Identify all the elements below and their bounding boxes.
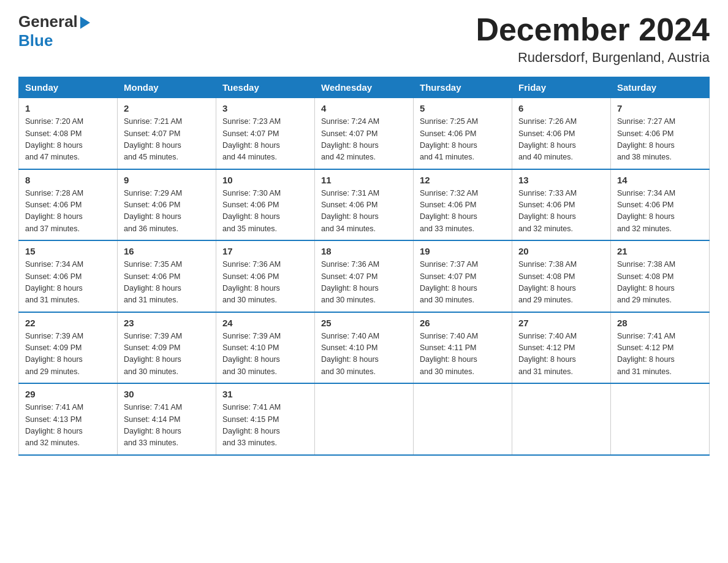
day-number: 18: [321, 246, 407, 256]
table-row: 19 Sunrise: 7:37 AMSunset: 4:07 PMDaylig…: [414, 240, 512, 312]
day-number: 9: [124, 175, 210, 185]
table-row: [414, 383, 512, 455]
day-number: 13: [518, 175, 604, 185]
table-row: 20 Sunrise: 7:38 AMSunset: 4:08 PMDaylig…: [512, 240, 611, 312]
table-row: 26 Sunrise: 7:40 AMSunset: 4:11 PMDaylig…: [414, 312, 512, 384]
calendar-header-row: Sunday Monday Tuesday Wednesday Thursday…: [19, 77, 710, 98]
day-info: Sunrise: 7:24 AMSunset: 4:07 PMDaylight:…: [321, 117, 379, 161]
day-info: Sunrise: 7:40 AMSunset: 4:11 PMDaylight:…: [420, 332, 478, 376]
table-row: 12 Sunrise: 7:32 AMSunset: 4:06 PMDaylig…: [414, 169, 512, 241]
table-row: 9 Sunrise: 7:29 AMSunset: 4:06 PMDayligh…: [118, 169, 216, 241]
table-row: 27 Sunrise: 7:40 AMSunset: 4:12 PMDaylig…: [512, 312, 611, 384]
table-row: 5 Sunrise: 7:25 AMSunset: 4:06 PMDayligh…: [414, 98, 512, 169]
day-info: Sunrise: 7:31 AMSunset: 4:06 PMDaylight:…: [321, 189, 379, 233]
day-info: Sunrise: 7:23 AMSunset: 4:07 PMDaylight:…: [222, 117, 281, 161]
logo-general-text: General: [18, 12, 78, 31]
day-number: 6: [518, 103, 604, 113]
table-row: 11 Sunrise: 7:31 AMSunset: 4:06 PMDaylig…: [315, 169, 414, 241]
calendar-week-row: 22 Sunrise: 7:39 AMSunset: 4:09 PMDaylig…: [19, 312, 710, 384]
day-info: Sunrise: 7:33 AMSunset: 4:06 PMDaylight:…: [518, 189, 577, 233]
day-info: Sunrise: 7:38 AMSunset: 4:08 PMDaylight:…: [518, 260, 577, 304]
day-number: 20: [518, 246, 604, 256]
table-row: 22 Sunrise: 7:39 AMSunset: 4:09 PMDaylig…: [19, 312, 118, 384]
table-row: 24 Sunrise: 7:39 AMSunset: 4:10 PMDaylig…: [216, 312, 315, 384]
day-number: 2: [124, 103, 210, 113]
table-row: 6 Sunrise: 7:26 AMSunset: 4:06 PMDayligh…: [512, 98, 611, 169]
day-info: Sunrise: 7:21 AMSunset: 4:07 PMDaylight:…: [124, 117, 182, 161]
day-info: Sunrise: 7:29 AMSunset: 4:06 PMDaylight:…: [124, 189, 182, 233]
day-info: Sunrise: 7:41 AMSunset: 4:14 PMDaylight:…: [124, 403, 182, 447]
day-number: 26: [420, 318, 506, 328]
day-number: 4: [321, 103, 407, 113]
month-title: December 2024: [476, 12, 710, 47]
table-row: 1 Sunrise: 7:20 AMSunset: 4:08 PMDayligh…: [19, 98, 118, 169]
col-thursday: Thursday: [414, 77, 512, 98]
day-info: Sunrise: 7:39 AMSunset: 4:10 PMDaylight:…: [222, 332, 281, 376]
day-info: Sunrise: 7:36 AMSunset: 4:06 PMDaylight:…: [222, 260, 281, 304]
day-info: Sunrise: 7:40 AMSunset: 4:12 PMDaylight:…: [518, 332, 577, 376]
col-monday: Monday: [118, 77, 216, 98]
day-info: Sunrise: 7:39 AMSunset: 4:09 PMDaylight:…: [25, 332, 83, 376]
title-area: December 2024 Rudersdorf, Burgenland, Au…: [476, 12, 710, 66]
table-row: 17 Sunrise: 7:36 AMSunset: 4:06 PMDaylig…: [216, 240, 315, 312]
day-number: 22: [25, 318, 111, 328]
day-number: 8: [25, 175, 111, 185]
table-row: [512, 383, 611, 455]
day-number: 23: [124, 318, 210, 328]
day-info: Sunrise: 7:30 AMSunset: 4:06 PMDaylight:…: [222, 189, 281, 233]
day-number: 5: [420, 103, 506, 113]
day-info: Sunrise: 7:26 AMSunset: 4:06 PMDaylight:…: [518, 117, 577, 161]
table-row: 14 Sunrise: 7:34 AMSunset: 4:06 PMDaylig…: [611, 169, 710, 241]
day-number: 31: [222, 389, 308, 399]
table-row: 23 Sunrise: 7:39 AMSunset: 4:09 PMDaylig…: [118, 312, 216, 384]
day-info: Sunrise: 7:32 AMSunset: 4:06 PMDaylight:…: [420, 189, 478, 233]
table-row: 15 Sunrise: 7:34 AMSunset: 4:06 PMDaylig…: [19, 240, 118, 312]
day-info: Sunrise: 7:41 AMSunset: 4:15 PMDaylight:…: [222, 403, 281, 447]
table-row: 4 Sunrise: 7:24 AMSunset: 4:07 PMDayligh…: [315, 98, 414, 169]
day-info: Sunrise: 7:27 AMSunset: 4:06 PMDaylight:…: [617, 117, 675, 161]
day-info: Sunrise: 7:38 AMSunset: 4:08 PMDaylight:…: [617, 260, 675, 304]
day-number: 21: [617, 246, 703, 256]
table-row: 25 Sunrise: 7:40 AMSunset: 4:10 PMDaylig…: [315, 312, 414, 384]
col-wednesday: Wednesday: [315, 77, 414, 98]
day-info: Sunrise: 7:37 AMSunset: 4:07 PMDaylight:…: [420, 260, 478, 304]
day-number: 19: [420, 246, 506, 256]
table-row: 10 Sunrise: 7:30 AMSunset: 4:06 PMDaylig…: [216, 169, 315, 241]
day-info: Sunrise: 7:34 AMSunset: 4:06 PMDaylight:…: [617, 189, 675, 233]
day-number: 30: [124, 389, 210, 399]
calendar-week-row: 1 Sunrise: 7:20 AMSunset: 4:08 PMDayligh…: [19, 98, 710, 169]
day-number: 24: [222, 318, 308, 328]
day-info: Sunrise: 7:34 AMSunset: 4:06 PMDaylight:…: [25, 260, 83, 304]
day-number: 28: [617, 318, 703, 328]
table-row: 30 Sunrise: 7:41 AMSunset: 4:14 PMDaylig…: [118, 383, 216, 455]
day-number: 17: [222, 246, 308, 256]
table-row: [611, 383, 710, 455]
table-row: 21 Sunrise: 7:38 AMSunset: 4:08 PMDaylig…: [611, 240, 710, 312]
day-number: 11: [321, 175, 407, 185]
day-info: Sunrise: 7:35 AMSunset: 4:06 PMDaylight:…: [124, 260, 182, 304]
page-header: General Blue December 2024 Rudersdorf, B…: [18, 12, 710, 66]
day-number: 12: [420, 175, 506, 185]
logo: General Blue: [18, 12, 90, 50]
table-row: [315, 383, 414, 455]
day-number: 3: [222, 103, 308, 113]
day-info: Sunrise: 7:36 AMSunset: 4:07 PMDaylight:…: [321, 260, 379, 304]
table-row: 3 Sunrise: 7:23 AMSunset: 4:07 PMDayligh…: [216, 98, 315, 169]
day-number: 29: [25, 389, 111, 399]
table-row: 29 Sunrise: 7:41 AMSunset: 4:13 PMDaylig…: [19, 383, 118, 455]
day-info: Sunrise: 7:39 AMSunset: 4:09 PMDaylight:…: [124, 332, 182, 376]
day-number: 7: [617, 103, 703, 113]
calendar-week-row: 8 Sunrise: 7:28 AMSunset: 4:06 PMDayligh…: [19, 169, 710, 241]
table-row: 8 Sunrise: 7:28 AMSunset: 4:06 PMDayligh…: [19, 169, 118, 241]
col-friday: Friday: [512, 77, 611, 98]
calendar-week-row: 29 Sunrise: 7:41 AMSunset: 4:13 PMDaylig…: [19, 383, 710, 455]
day-info: Sunrise: 7:25 AMSunset: 4:06 PMDaylight:…: [420, 117, 478, 161]
day-number: 15: [25, 246, 111, 256]
table-row: 2 Sunrise: 7:21 AMSunset: 4:07 PMDayligh…: [118, 98, 216, 169]
logo-blue-text: Blue: [18, 31, 53, 50]
col-tuesday: Tuesday: [216, 77, 315, 98]
logo-arrow-icon: [80, 17, 90, 29]
day-info: Sunrise: 7:20 AMSunset: 4:08 PMDaylight:…: [25, 117, 83, 161]
day-info: Sunrise: 7:41 AMSunset: 4:13 PMDaylight:…: [25, 403, 83, 447]
day-info: Sunrise: 7:41 AMSunset: 4:12 PMDaylight:…: [617, 332, 675, 376]
